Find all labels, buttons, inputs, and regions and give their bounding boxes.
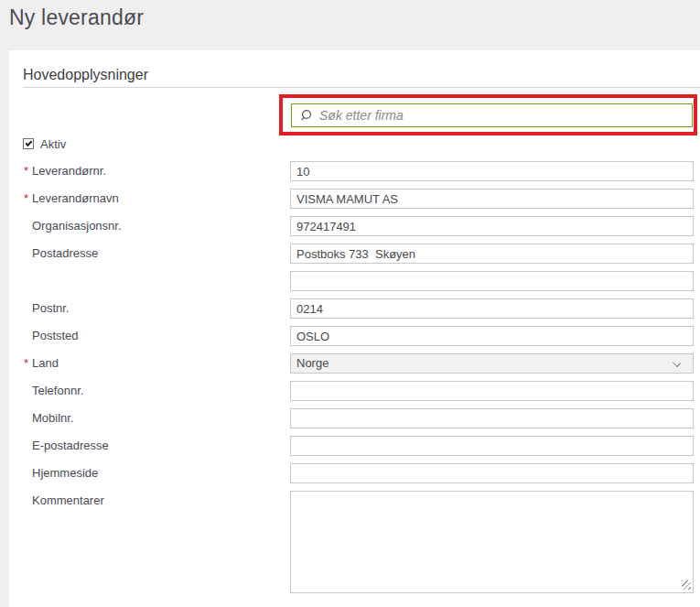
field-label-text: Leverandørnr. (32, 164, 106, 178)
search-icon (300, 109, 313, 122)
field-label-text: E-postadresse (32, 439, 109, 452)
hjemmeside-input[interactable] (290, 463, 694, 483)
kommentarer-textarea[interactable] (290, 491, 694, 593)
field-label: Telefonnr. (24, 381, 280, 401)
land-select-value: Norge (296, 356, 328, 370)
field-label-text: Land (32, 356, 59, 370)
field-label-text: Hjemmeside (32, 466, 98, 480)
field-label-text: Mobilnr. (32, 411, 74, 425)
form-row-epostadresse: E-postadresse (9, 436, 700, 456)
field-label-text: Organisasjonsnr. (32, 219, 122, 233)
field-label: *Leverandørnavn (24, 189, 280, 209)
field-label: Hjemmeside (24, 463, 280, 483)
poststed-input[interactable] (290, 326, 694, 346)
field-label-text: Leverandørnavn (32, 191, 119, 205)
form-row-poststed: Poststed (9, 326, 700, 346)
field-label: Kommentarer (24, 491, 280, 511)
required-marker: * (24, 161, 28, 181)
section-divider (23, 87, 700, 88)
main-panel: Hovedopplysninger Aktiv *Leverandørnr. *… (9, 50, 700, 607)
field-label: *Leverandørnr. (24, 161, 280, 181)
form-row-kommentarer: Kommentarer (9, 491, 700, 593)
telefonnr-input[interactable] (290, 381, 694, 401)
postadresse2-input[interactable] (290, 271, 694, 291)
page-title: Ny leverandør (9, 5, 144, 30)
company-search-input[interactable] (319, 106, 692, 125)
form-row-postnr: Postnr. (9, 298, 700, 319)
active-checkbox-label: Aktiv (40, 137, 66, 151)
field-label-text: Postnr. (32, 301, 69, 315)
required-marker: * (24, 353, 28, 374)
company-search-box[interactable] (291, 103, 693, 127)
required-marker: * (24, 189, 28, 209)
form-row-leverandornr: *Leverandørnr. (9, 161, 700, 181)
leverandornavn-input[interactable] (290, 189, 694, 209)
postadresse-input[interactable] (290, 244, 694, 264)
field-label: *Land (24, 353, 280, 374)
active-checkbox[interactable] (23, 138, 34, 149)
form-row-postadresse2 (9, 271, 700, 291)
form-row-organisasjonsnr: Organisasjonsnr. (9, 216, 700, 236)
epostadresse-input[interactable] (290, 436, 694, 456)
postnr-input[interactable] (290, 298, 694, 319)
leverandornr-input[interactable] (290, 161, 694, 181)
field-label: Postnr. (24, 298, 280, 319)
field-label-text: Postadresse (32, 246, 98, 260)
active-checkbox-row[interactable]: Aktiv (23, 136, 66, 151)
field-label: Poststed (24, 326, 280, 346)
field-label: Postadresse (24, 244, 280, 264)
section-title: Hovedopplysninger (23, 67, 148, 83)
form-row-mobilnr: Mobilnr. (9, 408, 700, 428)
land-select[interactable]: Norge (290, 353, 694, 374)
check-icon (26, 139, 33, 146)
mobilnr-input[interactable] (290, 408, 694, 428)
field-label-text: Poststed (32, 329, 79, 342)
form-row-land: *Land Norge (9, 353, 700, 374)
form-row-hjemmeside: Hjemmeside (9, 463, 700, 483)
field-label-text: Telefonnr. (32, 384, 83, 397)
chevron-down-icon (673, 359, 681, 367)
field-label-text: Kommentarer (32, 493, 104, 507)
field-label: E-postadresse (24, 436, 280, 456)
organisasjonsnr-input[interactable] (290, 216, 694, 236)
field-label: Mobilnr. (24, 408, 280, 428)
form-row-telefonnr: Telefonnr. (9, 381, 700, 401)
field-label: Organisasjonsnr. (24, 216, 280, 236)
form-row-leverandornavn: *Leverandørnavn (9, 189, 700, 209)
form-row-postadresse: Postadresse (9, 244, 700, 264)
